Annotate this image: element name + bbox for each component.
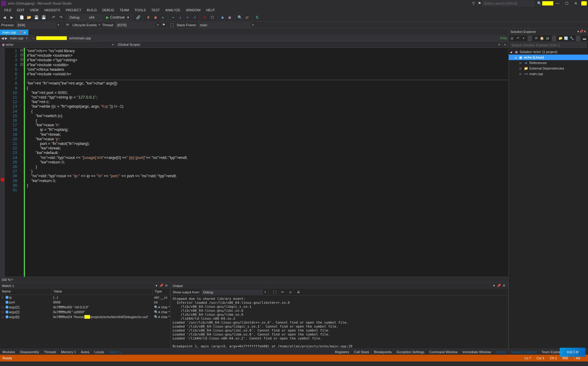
menu-debug[interactable]: DEBUG	[100, 8, 117, 13]
extdeps-node[interactable]: ▷📁 External Dependencies	[509, 66, 588, 71]
hex-icon[interactable]: ⬡	[209, 14, 215, 20]
btab-registers[interactable]: Registers	[332, 350, 351, 354]
menu-file[interactable]: FILE	[2, 8, 14, 13]
scope-dropdown[interactable]: (Global Scope) ▾	[116, 43, 502, 47]
btab-autos[interactable]: Autos	[78, 350, 92, 354]
swap-icon[interactable]: ⇅	[254, 14, 260, 20]
find-icon[interactable]: 🔍	[237, 14, 243, 20]
filter-icon[interactable]: ▽	[470, 0, 476, 6]
thread-dropdown[interactable]: [8376]	[116, 23, 155, 27]
new-project-icon[interactable]: 📄	[19, 14, 25, 20]
platform-dropdown[interactable]: x64	[88, 14, 103, 20]
btab-memory-1[interactable]: Memory 1	[59, 350, 78, 354]
menu-view[interactable]: VIEW	[27, 8, 41, 13]
btab-output[interactable]: Output	[493, 350, 508, 354]
watch-row[interactable]: port9999int	[0, 300, 170, 305]
menu-build[interactable]: BUILD	[84, 8, 99, 13]
redo-icon[interactable]: ↷	[58, 14, 64, 20]
watch-body[interactable]: ▷ ip{...}std::__cx port9999int▷ argv[1]0…	[0, 295, 170, 349]
menu-vassistx[interactable]: VASSISTX	[41, 8, 63, 13]
zoom-level[interactable]: 100 %	[1, 278, 11, 282]
close-tab-icon[interactable]: ✕	[23, 31, 26, 34]
wrap-icon[interactable]: ↩	[279, 289, 285, 295]
panel-dropdown-icon[interactable]: ▾	[154, 284, 159, 288]
panel-pin-icon[interactable]: 📌	[579, 30, 583, 34]
tab-main-cpp[interactable]: main.cpp 📌 ✕	[0, 30, 28, 35]
watch-row[interactable]: ▷ argv[1]0x7fffffffed55 "-h0.0.0.0"🔍▾ ch…	[0, 305, 170, 310]
btab-locals[interactable]: Locals	[92, 350, 106, 354]
restart-icon[interactable]: ↻	[160, 14, 166, 20]
project-scope-dropdown[interactable]: ▣ echo ▾	[0, 43, 116, 47]
menu-help[interactable]: HELP	[204, 8, 217, 13]
watch-row[interactable]: ▷ argv[0]0x7fffffffed24 "/home/▮▮▮/proje…	[0, 314, 170, 319]
quick-launch-input[interactable]	[482, 1, 534, 6]
save-all-icon[interactable]: 💾	[41, 14, 47, 20]
menu-window[interactable]: WINDOW	[183, 8, 203, 13]
output-text[interactable]: Stopped due to shared library event: Inf…	[171, 296, 508, 349]
nav-back-icon[interactable]: ◀	[1, 36, 4, 40]
se-search-input[interactable]	[510, 42, 587, 48]
btab-immediate-window[interactable]: Immediate Window	[460, 350, 493, 354]
output-from-dropdown[interactable]: Debug	[202, 290, 263, 295]
menu-edit[interactable]: EDIT	[14, 8, 27, 13]
minimize-button[interactable]: —	[553, 0, 562, 6]
step-out-icon[interactable]: ↑	[192, 14, 198, 20]
diag-icon[interactable]: ◉	[227, 14, 233, 20]
file-node[interactable]: ▷++ main.cpp	[509, 71, 588, 77]
stackframe-dropdown[interactable]: main	[199, 23, 250, 27]
btab-exception-settings[interactable]: Exception Settings	[394, 350, 427, 354]
preview-icon[interactable]: ▬	[582, 36, 587, 41]
home2-icon[interactable]: 🏠	[540, 36, 544, 41]
step-over-icon[interactable]: ↷	[185, 14, 191, 20]
btab-command-window[interactable]: Command Window	[427, 350, 460, 354]
thread-flag-icon[interactable]: ⚑	[161, 22, 167, 28]
member-dropdown[interactable]: ▾	[502, 43, 508, 47]
col-type[interactable]: Type	[153, 289, 170, 295]
btab-watch-1[interactable]: Watch 1	[106, 350, 124, 354]
file-dropdown[interactable]: main.cpp	[9, 36, 25, 40]
panel-dropdown-icon[interactable]: ▾	[492, 284, 497, 288]
tab-solution-explorer[interactable]: Solution Explorer	[509, 350, 539, 354]
stop-debug-icon[interactable]: ■	[152, 14, 159, 20]
continue-button[interactable]: ▶Continue▾	[104, 14, 131, 20]
break-all-icon[interactable]: ⏸	[145, 14, 151, 20]
back-icon[interactable]: ↶	[516, 36, 520, 41]
clear-icon[interactable]: ⛶	[271, 289, 278, 295]
go-button[interactable]: ⟳Go	[500, 36, 507, 40]
sync-icon[interactable]: ⟳	[534, 36, 539, 41]
nav-back-icon[interactable]: ◀	[1, 14, 7, 20]
references-node[interactable]: ▷▪▪ References	[509, 60, 588, 66]
save-icon[interactable]: 💾	[33, 14, 39, 20]
intellitrace-icon[interactable]: ◈	[219, 14, 225, 20]
maximize-button[interactable]: ☐	[562, 0, 571, 6]
col-value[interactable]: Value	[52, 289, 153, 295]
open-icon[interactable]: 📂	[26, 14, 32, 20]
lifecycle-icon[interactable]: ⟳	[65, 22, 71, 28]
btab-modules[interactable]: Modules	[0, 350, 18, 354]
nav-fwd-icon[interactable]: ▶	[5, 36, 7, 40]
step-into-icon[interactable]: ↓	[177, 14, 183, 20]
panel-close-icon[interactable]: ✕	[164, 284, 169, 288]
btab-breakpoints[interactable]: Breakpoints	[371, 350, 394, 354]
properties-icon[interactable]: 🔧	[570, 36, 574, 41]
solution-node[interactable]: ◢▣ Solution 'echo' (1 project)	[509, 49, 588, 55]
panel-pin-icon[interactable]: 📌	[159, 284, 164, 288]
pin-icon[interactable]: 📌	[18, 31, 22, 34]
breakpoint-icon[interactable]: ●	[202, 14, 208, 20]
showall-icon[interactable]: 📁	[558, 36, 563, 41]
goto-icon[interactable]: ≡	[287, 289, 293, 295]
thread-filter-icon[interactable]: ⛶	[169, 22, 175, 28]
panel-pin-icon[interactable]: 📌	[497, 284, 501, 288]
project-node[interactable]: ◢▣ echo (Linux)	[509, 55, 588, 60]
config-dropdown[interactable]: Debug	[68, 14, 86, 20]
undo-icon[interactable]: ↶	[51, 14, 57, 20]
watch-row[interactable]: ▷ ip{...}std::__cx	[0, 295, 170, 300]
panel-close-icon[interactable]: ✕	[583, 30, 586, 34]
process-dropdown[interactable]: [N/A]	[16, 23, 56, 27]
code-editor[interactable]: 1234567891011121314151617181920212223242…	[0, 48, 508, 277]
search-icon[interactable]: 🔍	[536, 0, 542, 6]
attach-icon[interactable]: 🔗	[135, 14, 141, 20]
panel-close-icon[interactable]: ✕	[501, 284, 506, 288]
show-next-stmt-icon[interactable]: →	[170, 14, 176, 20]
menu-tools[interactable]: TOOLS	[132, 8, 148, 13]
